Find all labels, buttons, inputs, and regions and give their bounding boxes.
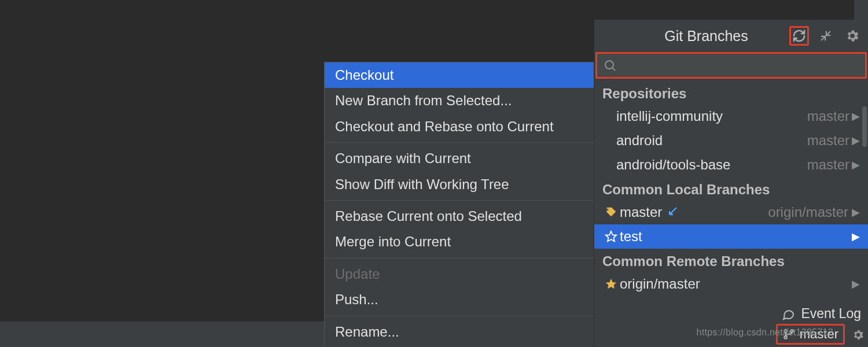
chevron-right-icon: ▶: [852, 206, 860, 219]
branch-context-menu: Checkout New Branch from Selected... Che…: [324, 62, 594, 347]
remote-branch-item[interactable]: origin/master ▶: [594, 272, 868, 296]
repo-name: intellij-community: [602, 108, 807, 124]
branches-panel-header: Git Branches: [594, 20, 868, 52]
menu-separator: [325, 316, 594, 316]
repo-item[interactable]: android master ▶: [594, 128, 868, 153]
svg-marker-2: [606, 231, 616, 241]
menu-rebase-current-onto-selected[interactable]: Rebase Current onto Selected: [325, 204, 594, 229]
branch-name: origin/master: [620, 276, 852, 292]
svg-point-0: [605, 61, 613, 69]
chevron-right-icon: ▶: [852, 110, 860, 123]
repo-branch-label: master: [807, 132, 849, 149]
svg-marker-3: [606, 279, 616, 289]
branches-panel-title: Git Branches: [594, 28, 789, 45]
incoming-commits-icon: [668, 206, 678, 219]
branches-header-actions: [789, 26, 862, 46]
event-log-label: Event Log: [801, 306, 861, 322]
menu-new-branch-from-selected[interactable]: New Branch from Selected...: [325, 88, 594, 113]
branch-name: master: [620, 204, 768, 220]
favorite-star-fill-icon: [602, 278, 620, 290]
chevron-right-icon: ▶: [852, 158, 860, 171]
menu-checkout-and-rebase[interactable]: Checkout and Rebase onto Current: [325, 114, 594, 139]
repo-branch-label: master: [807, 157, 849, 173]
menu-checkout[interactable]: Checkout: [325, 62, 594, 88]
local-branch-item[interactable]: test ▶: [594, 224, 868, 249]
refresh-button[interactable]: [789, 26, 809, 46]
status-settings-button[interactable]: [852, 328, 865, 344]
chevron-right-icon: ▶: [852, 278, 860, 290]
gear-icon: [852, 328, 865, 341]
branches-search-input[interactable]: [595, 52, 867, 79]
svg-line-1: [613, 68, 615, 71]
settings-button[interactable]: [843, 26, 862, 46]
refresh-icon: [792, 28, 806, 43]
menu-separator: [325, 200, 594, 201]
vertical-scrollbar[interactable]: [862, 106, 867, 147]
menu-update: Update: [325, 261, 594, 287]
speech-bubble-icon: [781, 307, 795, 321]
favorite-tag-icon: [602, 206, 620, 219]
menu-separator: [325, 258, 594, 259]
menu-show-diff-working-tree[interactable]: Show Diff with Working Tree: [325, 172, 594, 197]
menu-compare-with-current[interactable]: Compare with Current: [325, 146, 594, 171]
git-branches-panel: Git Branches Repositories intellij-commu…: [594, 20, 868, 347]
chevron-right-icon: ▶: [852, 134, 860, 147]
section-local-branches-heading: Common Local Branches: [594, 177, 868, 200]
menu-merge-into-current[interactable]: Merge into Current: [325, 229, 594, 254]
branch-name: test: [620, 228, 852, 245]
gear-icon: [845, 28, 860, 43]
chevron-right-icon: ▶: [852, 230, 860, 243]
menu-delete[interactable]: Delete: [325, 345, 594, 347]
menu-push[interactable]: Push...: [325, 287, 594, 312]
watermark-text: https://blog.csdn.net/fct1385712: [697, 327, 833, 338]
repo-name: android: [602, 132, 807, 149]
top-sliver: [854, 0, 868, 20]
collapse-icon: [819, 29, 832, 42]
repo-branch-label: master: [807, 108, 849, 124]
section-repositories-heading: Repositories: [594, 81, 868, 104]
collapse-button[interactable]: [816, 26, 836, 46]
section-remote-branches-heading: Common Remote Branches: [594, 249, 868, 272]
menu-separator: [325, 142, 594, 143]
repo-item[interactable]: android/tools-base master ▶: [594, 153, 868, 177]
repo-name: android/tools-base: [602, 157, 807, 173]
local-branch-item[interactable]: master origin/master ▶: [594, 200, 868, 224]
favorite-star-outline-icon: [602, 230, 620, 243]
repo-item[interactable]: intellij-community master ▶: [594, 104, 868, 128]
search-icon: [603, 58, 617, 72]
tracking-branch-label: origin/master: [768, 204, 848, 220]
event-log-button[interactable]: Event Log: [781, 306, 861, 322]
menu-rename[interactable]: Rename...: [325, 319, 594, 345]
